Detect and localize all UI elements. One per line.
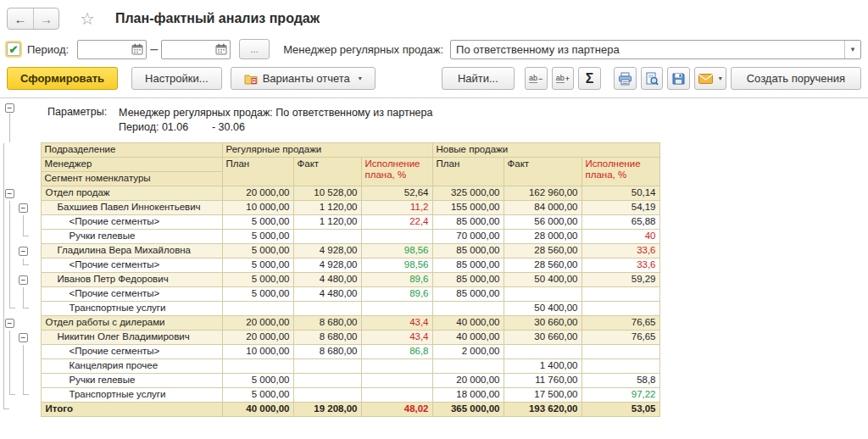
- tree-line: [9, 244, 10, 258]
- tree-line: [3, 201, 4, 215]
- table-row: Транспортные услуги50 400,00: [0, 302, 659, 316]
- collapse-toggle[interactable]: −: [19, 203, 28, 213]
- period-options-button[interactable]: ...: [239, 39, 270, 59]
- tree-line: [9, 359, 10, 374]
- row-label: Канцелярия прочее: [41, 359, 222, 374]
- cell-value: 43,4: [361, 316, 432, 331]
- report-variants-button[interactable]: Варианты отчета ▾: [231, 67, 376, 90]
- cell-value: 28 560,00: [504, 244, 581, 258]
- date-from-input[interactable]: [77, 40, 147, 59]
- date-to-input[interactable]: [161, 40, 231, 59]
- cell-value: [581, 287, 659, 302]
- manager-combobox[interactable]: По ответственному из партнера ▾: [450, 40, 861, 59]
- expand-groups-button[interactable]: ab +: [552, 67, 575, 90]
- tree-line: [9, 331, 10, 345]
- tree-gutter-cell: [0, 143, 41, 186]
- tree-line: [3, 258, 4, 273]
- cell-value: 70 000,00: [432, 230, 504, 244]
- favorite-star-icon[interactable]: ☆: [80, 10, 95, 27]
- cell-value: 22,4: [361, 215, 432, 230]
- calendar-icon: [131, 43, 143, 55]
- tree-line: [23, 215, 24, 230]
- cell-value: [581, 359, 659, 374]
- envelope-icon: [698, 74, 713, 84]
- back-button[interactable]: ←: [8, 8, 33, 29]
- document-magnifier-icon: [645, 72, 659, 86]
- tree-elbow-line: [23, 230, 29, 236]
- create-orders-button[interactable]: Создать поручения: [731, 67, 861, 90]
- cell-value: 5 000,00: [222, 244, 293, 258]
- cell-value: 1 120,00: [293, 201, 361, 215]
- cell-value: 193 620,00: [504, 403, 581, 417]
- chevron-down-icon[interactable]: ▾: [844, 41, 860, 58]
- cell-value: 17 500,00: [504, 388, 581, 403]
- table-row: <Прочие сегменты>10 000,008 680,0086,82 …: [0, 345, 659, 359]
- cell-value: 8 680,00: [293, 331, 361, 345]
- table-row: Ручки гелевые5 000,0070 000,0028 000,004…: [0, 230, 659, 244]
- tree-line: [9, 287, 10, 302]
- collapse-toggle[interactable]: −: [19, 275, 28, 285]
- totals-button[interactable]: Σ: [578, 67, 601, 90]
- collapse-toggle[interactable]: −: [19, 333, 28, 342]
- row-label: Никитин Олег Владимирович: [41, 331, 222, 345]
- tree-line: [9, 114, 10, 142]
- tree-line: [23, 345, 24, 359]
- table-row: −Отдел работы с дилерами20 000,008 680,0…: [0, 316, 659, 331]
- cell-value: 50 400,00: [504, 273, 581, 287]
- report-toolbar: Сформировать Настройки... Варианты отчет…: [0, 61, 868, 98]
- cell-value: [222, 359, 293, 374]
- send-mail-button[interactable]: ▾: [694, 67, 726, 90]
- cell-value: 1 400,00: [504, 359, 581, 374]
- row-label: Отдел работы с дилерами: [41, 316, 222, 331]
- cell-value: [361, 388, 432, 403]
- row-label: Отдел продаж: [41, 186, 222, 201]
- header-plan-new: План: [432, 158, 504, 186]
- cell-value: 4 480,00: [293, 287, 361, 302]
- table-row: Канцелярия прочее1 400,00: [0, 359, 659, 374]
- preview-button[interactable]: [641, 67, 664, 90]
- generate-button[interactable]: Сформировать: [7, 67, 118, 90]
- cell-value: 20 000,00: [222, 186, 293, 201]
- collapse-toggle[interactable]: −: [5, 189, 14, 198]
- save-button[interactable]: [667, 67, 690, 90]
- row-label: Итого: [41, 403, 222, 417]
- print-button[interactable]: [614, 67, 637, 90]
- header-execution-regular: Исполнение плана, %: [361, 158, 432, 186]
- tree-line: [3, 374, 4, 388]
- floppy-disk-icon: [672, 72, 685, 85]
- cell-value: 8 680,00: [293, 316, 361, 331]
- collapse-toggle-report[interactable]: −: [5, 103, 14, 113]
- tree-line: [3, 215, 4, 230]
- tree-elbow-line: [23, 388, 29, 395]
- parameter-manager: Менеджер регулярных продаж: По ответстве…: [119, 106, 432, 120]
- cell-value: 20 000,00: [222, 316, 293, 331]
- cell-value: 40 000,00: [222, 403, 293, 417]
- tree-line: [9, 273, 10, 287]
- find-button[interactable]: Найти...: [442, 67, 515, 90]
- tree-line: [3, 244, 4, 258]
- header-regular-sales: Регулярные продажи: [222, 143, 432, 158]
- row-label: Ручки гелевые: [41, 374, 222, 388]
- header-manager: Менеджер: [41, 158, 222, 172]
- cell-value: 76,65: [581, 331, 659, 345]
- table-row: −Отдел продаж20 000,0010 528,0052,64325 …: [0, 186, 659, 201]
- header-fact-new: Факт: [504, 158, 581, 186]
- collapse-groups-icon: ab: [529, 75, 537, 83]
- forward-button[interactable]: →: [33, 8, 58, 29]
- header-new-sales: Новые продажи: [432, 143, 659, 158]
- collapse-groups-button[interactable]: ab −: [525, 67, 548, 90]
- collapse-toggle[interactable]: −: [5, 319, 14, 328]
- cell-value: 43,4: [361, 331, 432, 345]
- period-checkbox[interactable]: ✔: [7, 42, 20, 56]
- tree-line: [3, 287, 4, 302]
- cell-value: 65,88: [581, 215, 659, 230]
- cell-value: 86,8: [361, 345, 432, 359]
- tree-gutter-cell: [0, 287, 41, 302]
- settings-button[interactable]: Настройки...: [131, 67, 222, 90]
- nav-bar: ← → ☆ План-фактный анализ продаж: [0, 0, 868, 32]
- collapse-toggle[interactable]: −: [19, 247, 28, 256]
- cell-value: 85 000,00: [432, 244, 504, 258]
- cell-value: 5 000,00: [222, 388, 293, 403]
- cell-value: 5 000,00: [222, 374, 293, 388]
- header-department: Подразделение: [41, 143, 222, 158]
